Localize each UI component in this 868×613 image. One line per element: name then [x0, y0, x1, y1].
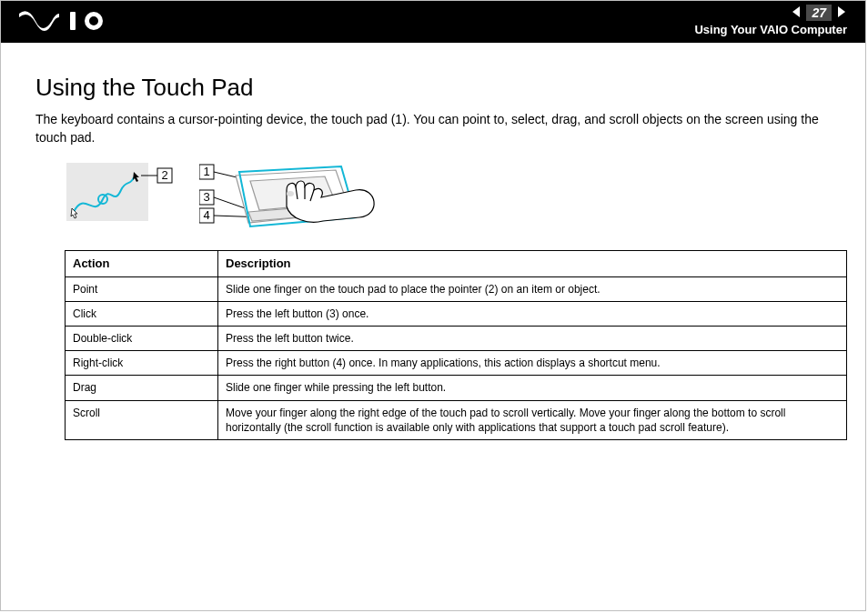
touchpad-diagram: 1 3 4	[199, 163, 381, 237]
svg-rect-0	[70, 12, 76, 30]
th-action: Action	[66, 251, 218, 277]
page-heading: Using the Touch Pad	[35, 74, 831, 102]
screen-diagram: 2	[66, 163, 176, 232]
vaio-logo	[19, 10, 106, 35]
intro-paragraph: The keyboard contains a cursor-pointing …	[35, 111, 831, 146]
svg-rect-1	[66, 163, 148, 221]
header-banner: 27 Using Your VAIO Computer	[1, 1, 865, 43]
svg-text:3: 3	[203, 190, 209, 204]
table-row: Click Press the left button (3) once.	[66, 301, 847, 326]
section-title: Using Your VAIO Computer	[694, 23, 847, 36]
diagram-row: 2 1 3 4	[66, 163, 831, 237]
next-page-icon[interactable]	[834, 5, 847, 21]
table-row: Right-click Press the right button (4) o…	[66, 351, 847, 376]
callout-2: 2	[161, 168, 167, 182]
prev-page-icon[interactable]	[791, 5, 803, 21]
table-row: Drag Slide one finger while pressing the…	[66, 376, 847, 400]
th-description: Description	[218, 251, 847, 277]
svg-text:1: 1	[203, 165, 209, 178]
page-nav: 27	[791, 5, 847, 21]
actions-table: Action Description Point Slide one finge…	[65, 250, 847, 440]
table-row: Double-click Press the left button twice…	[66, 327, 847, 351]
svg-point-19	[287, 191, 294, 196]
table-row: Scroll Move your finger along the right …	[66, 400, 847, 439]
page-number: 27	[806, 5, 832, 21]
svg-text:4: 4	[203, 208, 209, 222]
table-row: Point Slide one finger on the touch pad …	[66, 276, 847, 301]
